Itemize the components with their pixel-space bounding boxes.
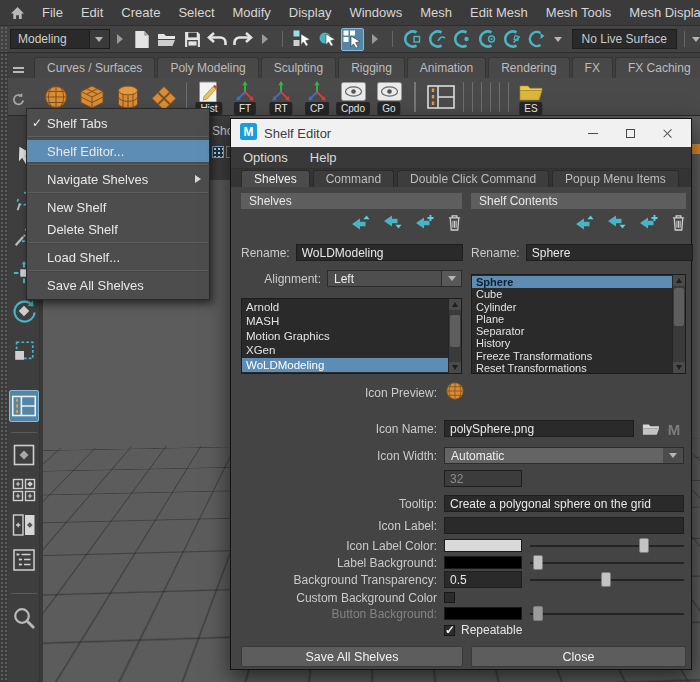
scroll-up-icon[interactable] xyxy=(673,275,685,286)
shelf-button-es[interactable]: ES xyxy=(513,79,549,115)
label-background-swatch[interactable] xyxy=(444,556,522,569)
snap-view-plane-icon[interactable] xyxy=(501,28,524,51)
menu-display[interactable]: Display xyxy=(280,5,341,20)
shelf-tab-rigging[interactable]: Rigging xyxy=(338,57,405,78)
context-menu-item-shelf-tabs[interactable]: ✓Shelf Tabs xyxy=(27,112,209,134)
dialog-menu-help[interactable]: Help xyxy=(310,150,337,165)
trash-icon[interactable] xyxy=(671,214,686,235)
dialog-menu-options[interactable]: Options xyxy=(243,150,288,165)
trash-icon[interactable] xyxy=(447,214,462,235)
select-component-icon[interactable] xyxy=(341,28,364,51)
menu-select[interactable]: Select xyxy=(169,5,223,20)
shelf-move-down-icon[interactable] xyxy=(383,214,402,234)
snap-curve-icon[interactable] xyxy=(426,28,449,51)
scale-tool-icon[interactable] xyxy=(9,336,39,366)
close-dialog-button[interactable]: Close xyxy=(471,646,686,667)
list-item-history[interactable]: History xyxy=(476,337,672,349)
background-transparency-slider[interactable] xyxy=(530,572,684,587)
dialog-tab-double-click-command[interactable]: Double Click Command xyxy=(397,170,549,187)
icon-label-field[interactable] xyxy=(444,517,684,534)
context-menu-item-delete-shelf[interactable]: Delete Shelf xyxy=(27,218,209,240)
menu-mesh[interactable]: Mesh xyxy=(411,5,461,20)
icon-label-color-slider[interactable] xyxy=(530,538,684,553)
pane-four-view-icon[interactable] xyxy=(9,475,39,505)
context-menu-item-load-shelf[interactable]: Load Shelf... xyxy=(27,246,209,268)
scrollbar[interactable] xyxy=(448,299,461,373)
list-item-plane[interactable]: Plane xyxy=(476,313,672,325)
minimize-button[interactable] xyxy=(578,122,608,144)
shelf-move-up-icon[interactable] xyxy=(575,214,594,234)
menu-create[interactable]: Create xyxy=(112,5,169,20)
shelf-button-rt[interactable]: RT xyxy=(263,79,299,115)
menu-edit-mesh[interactable]: Edit Mesh xyxy=(461,5,537,20)
custom-background-color-checkbox[interactable] xyxy=(444,592,455,603)
dialog-tab-popup-menu-items[interactable]: Popup Menu Items xyxy=(552,170,679,187)
repeatable-checkbox[interactable] xyxy=(444,625,455,636)
search-icon[interactable] xyxy=(9,603,39,633)
list-item-mash[interactable]: MASH xyxy=(246,314,448,328)
collapse-chevron-icon[interactable] xyxy=(117,34,123,44)
list-item-separator[interactable]: Separator xyxy=(476,325,672,337)
list-item-xgen[interactable]: XGen xyxy=(246,343,448,357)
list-item-woldmodeling[interactable]: WoLDModeling xyxy=(242,358,448,372)
shelf-move-up-icon[interactable] xyxy=(351,214,370,234)
panel-menu-show-label[interactable]: Sho xyxy=(212,124,230,138)
maximize-button[interactable] xyxy=(615,122,645,144)
scroll-thumb[interactable] xyxy=(450,315,460,347)
icon-width-dropdown[interactable]: Automatic xyxy=(444,447,684,464)
shelf-add-icon[interactable] xyxy=(639,214,658,234)
make-live-icon[interactable] xyxy=(526,28,549,51)
scroll-thumb[interactable] xyxy=(674,288,684,326)
new-scene-icon[interactable] xyxy=(131,28,154,51)
browse-folder-icon[interactable] xyxy=(642,422,660,436)
dialog-titlebar[interactable]: M Shelf Editor xyxy=(231,119,691,147)
redo-icon[interactable] xyxy=(231,28,254,51)
background-transparency-field[interactable] xyxy=(444,571,522,588)
list-item-reset-transformations[interactable]: Reset Transformations xyxy=(476,362,672,373)
select-hierarchy-icon[interactable] xyxy=(291,28,314,51)
shelf-tab-fx[interactable]: FX xyxy=(572,57,613,78)
shelf-refresh-icon[interactable] xyxy=(11,92,26,111)
undo-icon[interactable] xyxy=(206,28,229,51)
shelves-list[interactable]: ArnoldMASHMotion GraphicsXGenWoLDModelin… xyxy=(241,298,462,374)
slider-handle[interactable] xyxy=(639,538,649,553)
select-object-icon[interactable] xyxy=(316,28,339,51)
menu-set-selector[interactable]: Modeling xyxy=(10,29,110,49)
chevron-down-icon[interactable] xyxy=(692,37,700,42)
dock-grip[interactable] xyxy=(0,53,8,682)
context-menu-item-new-shelf[interactable]: New Shelf xyxy=(27,196,209,218)
list-item-cylinder[interactable]: Cylinder xyxy=(476,301,672,313)
label-background-slider[interactable] xyxy=(530,555,684,570)
menu-modify[interactable]: Modify xyxy=(224,5,280,20)
chevron-down-icon[interactable] xyxy=(554,37,562,42)
shelf-button-ft[interactable]: FT xyxy=(227,79,263,115)
scroll-up-icon[interactable] xyxy=(449,299,461,310)
layout-four-view-icon[interactable] xyxy=(9,390,39,422)
collapse-chevron-icon[interactable] xyxy=(262,34,268,44)
snap-point-icon[interactable] xyxy=(451,28,474,51)
home-icon[interactable] xyxy=(10,6,25,20)
collapse-chevron-icon[interactable] xyxy=(372,34,378,44)
menu-mesh-display[interactable]: Mesh Display xyxy=(620,5,700,20)
shelf-tab-rendering[interactable]: Rendering xyxy=(488,57,569,78)
save-scene-icon[interactable] xyxy=(181,28,204,51)
shelf-tab-sculpting[interactable]: Sculpting xyxy=(261,57,336,78)
shelf-add-icon[interactable] xyxy=(415,214,434,234)
icon-label-color-swatch[interactable] xyxy=(444,539,522,552)
shelf-button-cp[interactable]: CP xyxy=(299,79,335,115)
list-item-freeze-transformations[interactable]: Freeze Transformations xyxy=(476,350,672,362)
rotate-tool-icon[interactable] xyxy=(9,296,39,326)
context-menu-item-navigate-shelves[interactable]: Navigate Shelves xyxy=(27,168,209,190)
icon-name-field[interactable] xyxy=(444,420,634,437)
context-menu-item-save-all-shelves[interactable]: Save All Shelves xyxy=(27,274,209,296)
slider-handle[interactable] xyxy=(533,555,543,570)
shelf-button-go[interactable]: Go xyxy=(371,79,407,115)
shelf-move-down-icon[interactable] xyxy=(607,214,626,234)
pane-two-view-icon[interactable] xyxy=(9,510,39,540)
toolbar-grip[interactable] xyxy=(0,26,7,52)
menu-windows[interactable]: Windows xyxy=(340,5,411,20)
tooltip-field[interactable] xyxy=(444,495,684,512)
open-scene-icon[interactable] xyxy=(156,28,179,51)
menu-mesh-tools[interactable]: Mesh Tools xyxy=(537,5,621,20)
slider-handle[interactable] xyxy=(601,572,611,587)
